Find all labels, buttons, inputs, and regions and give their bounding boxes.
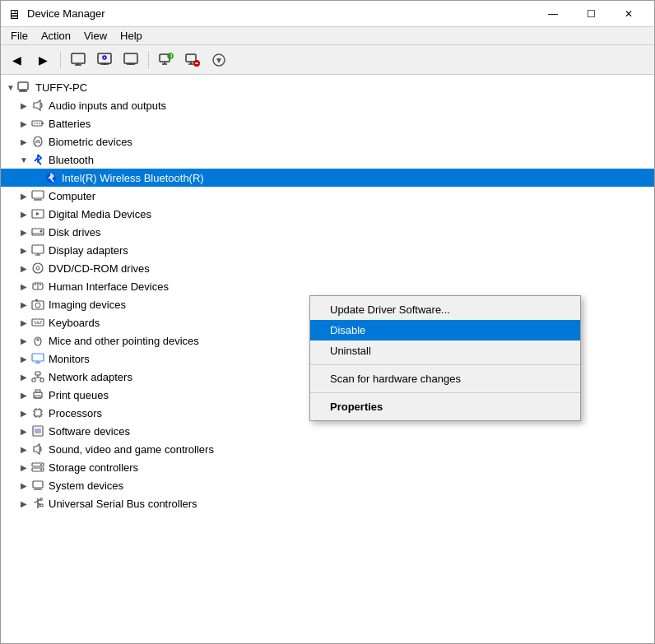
expand-storage[interactable]: ▶ (17, 461, 30, 474)
svg-rect-55 (32, 319, 44, 326)
menu-action[interactable]: Action (35, 28, 77, 44)
display-label: Display adapters (49, 244, 128, 257)
svg-marker-23 (216, 58, 221, 63)
dmd-icon (30, 206, 45, 221)
list-item[interactable]: ▶ Universal Serial Bus controllers (1, 494, 654, 512)
toolbar-separator-2 (148, 51, 149, 69)
svg-point-89 (40, 464, 42, 466)
expand-display[interactable]: ▶ (17, 243, 30, 257)
computer-icon (30, 188, 45, 203)
ctx-properties[interactable]: Properties (310, 396, 580, 417)
menu-help[interactable]: Help (114, 28, 149, 44)
expand-dvd[interactable]: ▶ (17, 262, 30, 275)
list-item[interactable]: ▶ Software devices (1, 422, 654, 440)
expand-usb[interactable]: ▶ (17, 497, 30, 510)
list-item[interactable]: ▶ System devices (1, 476, 654, 494)
expand-system[interactable]: ▶ (17, 479, 30, 492)
tree-root[interactable]: ▼ TUFFY-PC (1, 78, 654, 96)
uninstall-button[interactable] (118, 49, 143, 72)
expand-biometric[interactable]: ▶ (17, 135, 30, 148)
ctx-separator-2 (310, 392, 580, 393)
root-expand[interactable]: ▼ (4, 81, 17, 94)
expand-dmd[interactable]: ▶ (17, 207, 30, 220)
forward-button[interactable]: ▶ (30, 49, 55, 72)
svg-marker-27 (34, 100, 40, 110)
expand-print[interactable]: ▶ (17, 388, 30, 401)
disk-label: Disk drives (49, 226, 101, 239)
software-label: Software devices (49, 425, 130, 438)
svg-point-50 (35, 284, 36, 285)
expand-sound[interactable]: ▶ (17, 442, 30, 456)
svg-rect-75 (35, 410, 41, 416)
expand-software[interactable]: ▶ (17, 424, 30, 438)
list-item[interactable]: ▶ Disk drives (1, 223, 654, 241)
svg-rect-54 (35, 299, 38, 301)
expand-hid[interactable]: ▶ (17, 280, 30, 293)
monitors-icon (30, 351, 45, 366)
batteries-icon (30, 116, 45, 131)
ctx-update-driver[interactable]: Update Driver Software... (310, 299, 580, 320)
list-item[interactable]: ▶ Digital Media Devices (1, 205, 654, 223)
expand-batteries[interactable]: ▶ (17, 117, 30, 130)
content-area[interactable]: ▼ TUFFY-PC ▶ Audio inputs and outputs ▶ (1, 75, 654, 643)
svg-rect-66 (35, 372, 40, 375)
list-item[interactable]: ▶ Batteries (1, 114, 654, 132)
svg-line-71 (38, 377, 42, 378)
imaging-label: Imaging devices (49, 299, 126, 311)
title-bar-left: 🖥 Device Manager (7, 7, 105, 21)
expand-disk[interactable]: ▶ (17, 225, 30, 239)
sound-label: Sound, video and game controllers (49, 443, 214, 456)
expand-processors[interactable]: ▶ (17, 406, 30, 419)
system-icon (30, 478, 45, 493)
list-item[interactable]: ▶ Display adapters (1, 241, 654, 259)
ctx-disable[interactable]: Disable (310, 320, 580, 341)
menu-file[interactable]: File (4, 28, 35, 44)
disable-button[interactable] (180, 49, 205, 72)
expand-network[interactable]: ▶ (17, 370, 30, 383)
expand-keyboards[interactable]: ▶ (17, 316, 30, 329)
list-item[interactable]: ▶ Storage controllers (1, 458, 654, 476)
intel-bluetooth-icon (44, 170, 58, 185)
ctx-scan-hardware[interactable]: Scan for hardware changes (310, 368, 580, 389)
back-button[interactable]: ◀ (4, 49, 29, 72)
menu-view[interactable]: View (77, 28, 114, 44)
list-item[interactable]: ▶ Sound, video and game controllers (1, 440, 654, 458)
network-label: Network adapters (49, 371, 132, 383)
processors-label: Processors (49, 407, 102, 419)
ctx-uninstall[interactable]: Uninstall (310, 341, 580, 361)
svg-rect-74 (35, 396, 40, 398)
print-label: Print queues (49, 389, 109, 401)
list-item[interactable]: ▶ DVD/CD-ROM drives (1, 259, 654, 277)
list-item[interactable]: ▼ Bluetooth (1, 151, 654, 169)
scan-hardware-button[interactable] (154, 49, 179, 72)
expand-audio[interactable]: ▶ (17, 99, 30, 112)
ctx-separator-1 (310, 364, 580, 365)
usb-label: Universal Serial Bus controllers (49, 498, 197, 510)
svg-rect-98 (39, 504, 43, 507)
arrow-down-button[interactable] (207, 49, 231, 72)
list-item[interactable]: ▶ Biometric devices (1, 132, 654, 151)
list-item[interactable]: ▶ Computer (1, 187, 654, 205)
system-label: System devices (49, 480, 123, 492)
list-item[interactable]: ▶ Audio inputs and outputs (1, 96, 654, 114)
svg-point-47 (36, 266, 39, 270)
svg-rect-8 (124, 53, 137, 63)
usb-icon (30, 496, 45, 511)
expand-computer[interactable]: ▶ (17, 189, 30, 202)
list-item[interactable]: ▶ Human Interface Devices (1, 277, 654, 295)
svg-rect-29 (42, 123, 44, 124)
keyboards-label: Keyboards (49, 317, 100, 329)
dmd-label: Digital Media Devices (49, 208, 151, 220)
expand-bluetooth[interactable]: ▼ (17, 153, 30, 166)
update-driver-button[interactable]: ? (92, 49, 117, 72)
audio-icon (30, 98, 45, 113)
properties-button[interactable] (66, 49, 91, 72)
expand-imaging[interactable]: ▶ (17, 298, 30, 311)
maximize-button[interactable]: ☐ (572, 1, 610, 27)
expand-monitors[interactable]: ▶ (17, 352, 30, 365)
biometric-icon (30, 134, 45, 149)
close-button[interactable]: ✕ (610, 1, 648, 27)
intel-bluetooth-item[interactable]: Intel(R) Wireless Bluetooth(R) (1, 169, 654, 187)
expand-mice[interactable]: ▶ (17, 334, 30, 347)
minimize-button[interactable]: — (534, 1, 572, 27)
